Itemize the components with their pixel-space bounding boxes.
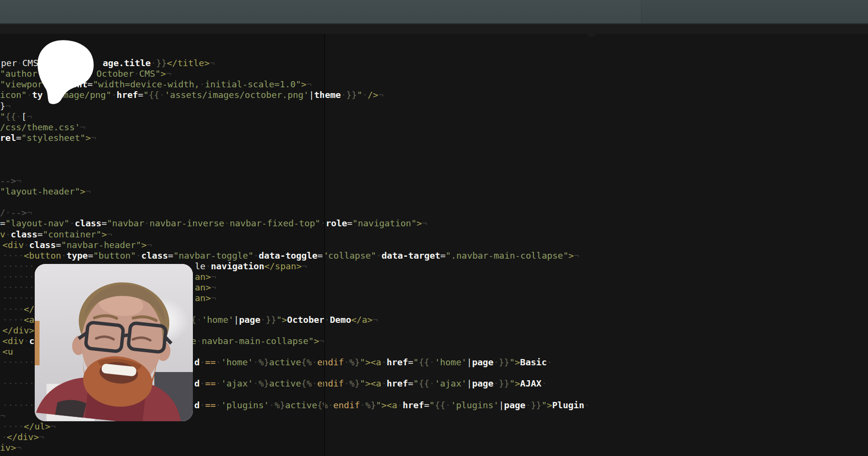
code-line[interactable]: /·-->¬ [0,207,868,218]
code-line[interactable]: "{{·[¬ [0,111,868,122]
code-line[interactable]: ····</ul>¬ [0,421,868,432]
webcam-illustration [35,264,193,421]
tab-strip [0,24,868,34]
code-line[interactable]: -->¬ [0,175,868,186]
blob-shape [37,40,103,105]
presenter-webcam-overlay [35,264,193,421]
code-line[interactable]: <div·class="navbar-header">¬ [0,239,868,250]
code-line[interactable]: ="layout-nav"·class="navbar·navbar-inver… [0,218,868,229]
code-line[interactable]: "viewportent="width=device-width,·initia… [0,79,868,90]
column-ruler-guide [324,34,325,456]
code-line[interactable]: iv>¬ [0,442,868,453]
editor-screen: per·CMSage.title·}}</title>¬"author"Octo… [0,0,868,456]
code-line[interactable]: rel="stylesheet">¬ [0,132,868,143]
code-line[interactable]: "author"October·CMS">¬ [0,68,868,79]
code-line[interactable]: ·</div>¬ [0,431,868,442]
code-line[interactable]: }¬ [0,100,868,111]
wood-cabinet-edge [35,321,40,365]
code-line[interactable]: /css/theme.css'¬ [0,122,868,133]
code-line[interactable]: icon"·tyimage/png"·href="{{·'assets/imag… [0,89,868,100]
code-line[interactable]: v·class="container">¬ [0,229,868,240]
tab-strip-notch [588,34,596,37]
code-line[interactable]: per·CMSage.title·}}</title>¬ [0,57,868,69]
title-bar-seam [641,0,868,23]
code-line[interactable]: "layout-header">¬ [0,186,868,197]
code-line[interactable]: ····<button·type="button"·class="navbar-… [0,250,868,261]
glasses-bridge [122,334,129,337]
title-bar [0,0,868,24]
white-blob-overlay [37,40,103,105]
